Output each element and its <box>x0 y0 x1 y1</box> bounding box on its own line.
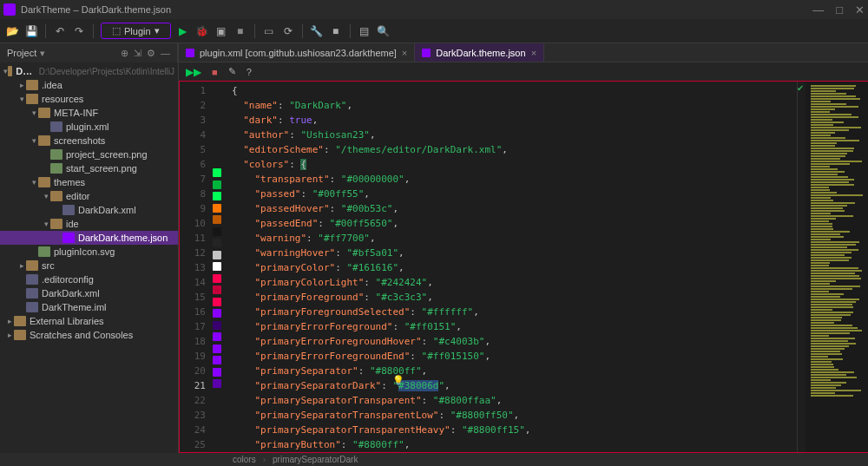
close-icon[interactable]: × <box>402 48 407 58</box>
project-panel-header[interactable]: Project ▾ ⊕ ⇲ ⚙ — <box>0 43 178 62</box>
editor-tab[interactable]: DarkDark.theme.json× <box>415 43 544 62</box>
maximize-button[interactable]: □ <box>836 3 843 16</box>
tree-item[interactable]: ▾editor <box>0 189 178 203</box>
chevron-down-icon: ▾ <box>155 25 160 36</box>
tree-item[interactable]: DarkTheme.iml <box>0 300 178 314</box>
save-icon[interactable]: 💾 <box>24 24 38 38</box>
minimize-button[interactable]: — <box>812 3 824 16</box>
undo-icon[interactable]: ↶ <box>53 24 67 38</box>
tab-label: plugin.xml [com.github.ushiosan23.darkth… <box>200 48 397 58</box>
editor-tabs: plugin.xml [com.github.ushiosan23.darkth… <box>179 43 868 62</box>
stop-button[interactable]: ■ <box>233 24 247 38</box>
tree-item[interactable]: DarkDark.xml <box>0 203 178 217</box>
tree-item[interactable]: ▸External Libraries <box>0 314 178 328</box>
gutter-color-swatches <box>211 82 223 452</box>
tab-label: DarkDark.theme.json <box>436 48 525 58</box>
close-icon[interactable]: × <box>531 48 536 58</box>
tree-item[interactable]: ▸src <box>0 259 178 272</box>
window-title: DarkTheme – DarkDark.theme.json <box>21 4 171 15</box>
open-icon[interactable]: 📂 <box>5 24 19 38</box>
file-icon <box>186 49 194 57</box>
run-config-dropdown[interactable]: ⬚ Plugin ▾ <box>101 23 171 39</box>
build-icon[interactable]: 🔧 <box>310 24 324 38</box>
device-icon[interactable]: ▭ <box>262 24 276 38</box>
tree-root[interactable]: ▾DarkThemeD:\Developer\Projects\Kotlin\I… <box>0 64 178 78</box>
coverage-icon[interactable]: ▣ <box>214 24 228 38</box>
chevron-down-icon: ▾ <box>40 48 45 59</box>
editor-area: plugin.xml [com.github.ushiosan23.darkth… <box>179 43 868 453</box>
breadcrumb-seg[interactable]: colors <box>226 455 263 464</box>
run-button[interactable]: ▶ <box>176 24 190 38</box>
plugin-label: Plugin <box>124 26 151 36</box>
intention-bulb-icon[interactable]: 💡 <box>392 375 404 386</box>
close-button[interactable]: ✕ <box>855 3 865 16</box>
structure-icon[interactable]: ▤ <box>358 24 372 38</box>
tree-item[interactable]: .editorconfig <box>0 272 178 286</box>
breadcrumb[interactable]: colors › primarySeparatorDark <box>0 453 868 466</box>
tree-item[interactable]: ▾themes <box>0 175 178 189</box>
code-editor[interactable]: { "name": "DarkDark", "dark": true, "aut… <box>223 82 797 452</box>
minimap[interactable] <box>806 82 868 452</box>
debug-icon[interactable]: 🐞 <box>195 24 209 38</box>
redo-icon[interactable]: ↷ <box>72 24 86 38</box>
tree-item[interactable]: ▾resources <box>0 92 178 106</box>
line-number-gutter[interactable]: 1234567891011121314151617181920212223242… <box>180 82 211 452</box>
tree-item[interactable]: project_screen.png <box>0 148 178 161</box>
hide-icon[interactable]: — <box>161 48 170 59</box>
sync-icon[interactable]: ⟳ <box>281 24 295 38</box>
tree-item[interactable]: ▾ide <box>0 217 178 231</box>
tree-item[interactable]: ▾screenshots <box>0 134 178 148</box>
main-toolbar: 📂 💾 ↶ ↷ ⬚ Plugin ▾ ▶ 🐞 ▣ ■ ▭ ⟳ 🔧 ■ ▤ 🔍 <box>0 19 868 43</box>
breadcrumb-seg[interactable]: primarySeparatorDark <box>266 455 365 464</box>
project-sidebar: Project ▾ ⊕ ⇲ ⚙ — ▾DarkThemeD:\Developer… <box>0 43 179 453</box>
project-tree[interactable]: ▾DarkThemeD:\Developer\Projects\Kotlin\I… <box>0 62 178 342</box>
stop-scratch-button[interactable]: ■ <box>212 67 218 77</box>
app-logo-icon <box>3 3 16 16</box>
file-icon <box>422 49 431 57</box>
inspection-strip[interactable]: ✔ <box>797 82 806 452</box>
tree-item[interactable]: ▸.idea <box>0 78 178 92</box>
edit-icon[interactable]: ✎ <box>228 66 236 77</box>
editor-tab[interactable]: plugin.xml [com.github.ushiosan23.darkth… <box>179 43 415 62</box>
editor-sub-toolbar: ▶▶ ■ ✎ ? <box>179 62 868 82</box>
gear-icon[interactable]: ⚙ <box>147 48 155 59</box>
help-icon[interactable]: ? <box>247 67 252 77</box>
tree-item[interactable]: DarkDark.xml <box>0 286 178 300</box>
tree-item[interactable]: DarkDark.theme.json <box>0 231 178 245</box>
target-icon[interactable]: ⊕ <box>121 48 128 59</box>
plugin-icon: ⬚ <box>112 25 121 36</box>
search-icon[interactable]: 🔍 <box>377 24 391 38</box>
tree-item[interactable]: start_screen.png <box>0 161 178 175</box>
tree-item[interactable]: plugin.xml <box>0 120 178 134</box>
collapse-icon[interactable]: ⇲ <box>134 48 141 59</box>
tree-item[interactable]: ▾META-INF <box>0 106 178 120</box>
check-ok-icon: ✔ <box>797 83 804 93</box>
project-panel-label: Project <box>7 48 36 58</box>
titlebar: DarkTheme – DarkDark.theme.json — □ ✕ <box>0 0 868 19</box>
tree-item[interactable]: ▸Scratches and Consoles <box>0 328 178 342</box>
stop2-icon[interactable]: ■ <box>329 24 343 38</box>
run-scratch-button[interactable]: ▶▶ <box>186 66 201 78</box>
tree-item[interactable]: pluginIcon.svg <box>0 245 178 259</box>
